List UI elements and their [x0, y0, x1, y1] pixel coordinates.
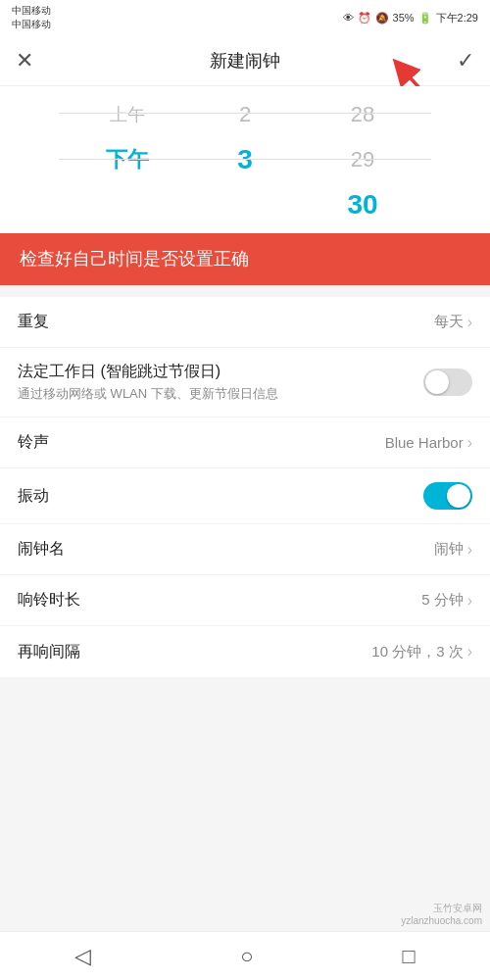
watermark: 玉竹安卓网 yzlanzhuocha.com	[401, 902, 482, 927]
hour-item-1: 2	[186, 92, 304, 137]
chevron-icon-snooze: ›	[467, 643, 472, 661]
settings-value-snooze: 10 分钟，3 次	[371, 643, 463, 662]
settings-value-duration: 5 分钟	[421, 591, 464, 610]
settings-item-workday[interactable]: 法定工作日 (智能跳过节假日)通过移动网络或 WLAN 下载、更新节假日信息	[0, 348, 490, 417]
nav-bar: ◁ ○ □	[0, 931, 490, 980]
minute-item-1: 28	[304, 92, 421, 137]
minute-column[interactable]: 28 29 30	[304, 92, 421, 227]
period-item-below	[69, 182, 186, 227]
settings-right-snooze: 10 分钟，3 次›	[371, 643, 472, 662]
settings-title-alarmname: 闹钟名	[18, 539, 422, 560]
settings-subtitle-workday: 通过移动网络或 WLAN 下载、更新节假日信息	[18, 385, 412, 403]
minute-item-selected[interactable]: 30	[304, 182, 421, 227]
settings-right-vibrate	[423, 482, 472, 510]
warning-text: 检查好自己时间是否设置正确	[20, 249, 249, 269]
settings-title-repeat: 重复	[18, 312, 422, 332]
settings-value-repeat: 每天	[434, 313, 464, 331]
battery-icon: 🔋	[418, 12, 432, 24]
chevron-icon-repeat: ›	[467, 314, 472, 331]
settings-item-duration[interactable]: 响铃时长5 分钟›	[0, 575, 490, 626]
settings-item-vibrate[interactable]: 振动	[0, 468, 490, 524]
back-button[interactable]: ◁	[74, 944, 91, 969]
eye-icon: 👁	[343, 12, 354, 24]
warning-banner: 检查好自己时间是否设置正确	[0, 233, 490, 285]
toggle-knob-workday	[425, 370, 449, 394]
settings-item-repeat[interactable]: 重复每天›	[0, 297, 490, 348]
time-picker[interactable]: 上午 下午 2 3 28 29 30	[0, 86, 490, 233]
toggle-knob-vibrate	[447, 484, 470, 508]
settings-title-snooze: 再响间隔	[18, 642, 360, 662]
status-bar: 中国移动 中国移动 👁 ⏰ 🔕 35% 🔋 下午2:29	[0, 0, 490, 35]
top-bar: ✕ 新建闹钟 ✓	[0, 35, 490, 86]
settings-right-repeat: 每天›	[434, 313, 472, 331]
settings-title-workday: 法定工作日 (智能跳过节假日)	[18, 362, 412, 382]
chevron-icon-ringtone: ›	[467, 434, 472, 452]
settings-item-snooze[interactable]: 再响间隔10 分钟，3 次›	[0, 626, 490, 677]
carrier-info: 中国移动 中国移动	[12, 4, 51, 31]
close-button[interactable]: ✕	[16, 48, 33, 74]
settings-item-alarmname[interactable]: 闹钟名闹钟›	[0, 524, 490, 575]
hour-column[interactable]: 2 3	[186, 92, 304, 227]
bell-icon: 🔕	[375, 12, 389, 24]
chevron-icon-alarmname: ›	[467, 541, 472, 559]
settings-item-ringtone[interactable]: 铃声Blue Harbor›	[0, 417, 490, 468]
settings-right-duration: 5 分钟›	[421, 591, 472, 610]
hour-item-selected[interactable]: 3	[186, 137, 304, 182]
settings-title-vibrate: 振动	[18, 486, 412, 507]
status-right: 👁 ⏰ 🔕 35% 🔋 下午2:29	[343, 11, 478, 25]
settings-title-ringtone: 铃声	[18, 432, 373, 453]
alarm-icon: ⏰	[358, 12, 371, 24]
period-item-above: 上午	[69, 92, 186, 137]
time-display: 下午2:29	[436, 11, 478, 25]
settings-right-ringtone: Blue Harbor›	[385, 434, 472, 452]
settings-list: 重复每天›法定工作日 (智能跳过节假日)通过移动网络或 WLAN 下载、更新节假…	[0, 297, 490, 677]
toggle-vibrate[interactable]	[423, 482, 472, 510]
period-item-selected[interactable]: 下午	[69, 137, 186, 182]
minute-item-2: 29	[304, 137, 421, 182]
home-button[interactable]: ○	[240, 944, 253, 969]
confirm-button[interactable]: ✓	[457, 48, 474, 74]
settings-value-ringtone: Blue Harbor	[385, 434, 464, 451]
battery-text: 35%	[393, 12, 415, 24]
hour-item-3	[186, 182, 304, 227]
toggle-workday[interactable]	[423, 368, 472, 396]
settings-right-alarmname: 闹钟›	[434, 540, 472, 559]
recent-button[interactable]: □	[403, 944, 416, 969]
settings-right-workday	[423, 368, 472, 396]
settings-title-duration: 响铃时长	[18, 590, 410, 611]
settings-value-alarmname: 闹钟	[434, 540, 464, 559]
chevron-icon-duration: ›	[467, 592, 472, 610]
page-title: 新建闹钟	[210, 49, 280, 73]
period-column[interactable]: 上午 下午	[69, 92, 186, 227]
